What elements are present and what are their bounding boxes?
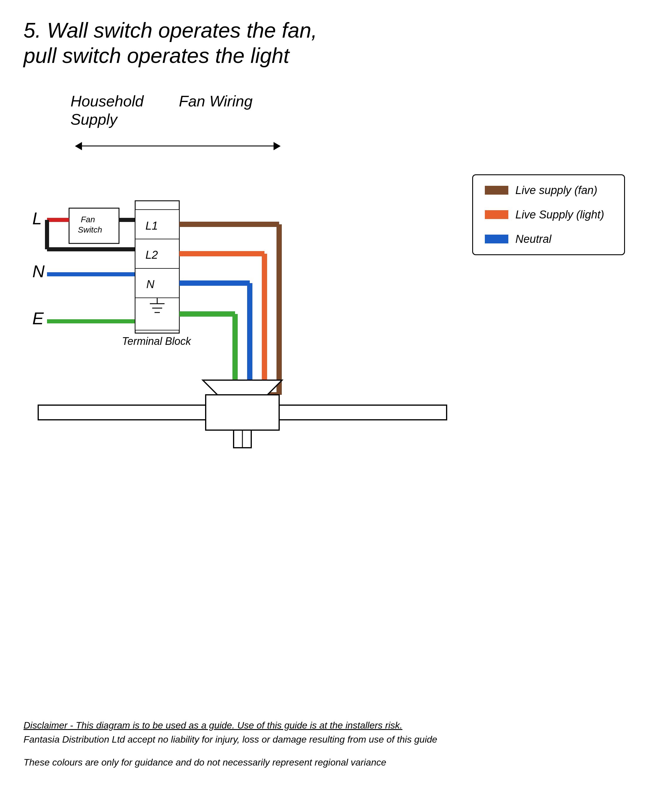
disclaimer-section: Disclaimer - This diagram is to be used … — [24, 718, 648, 770]
legend-label-fan: Live supply (fan) — [515, 184, 597, 197]
fan-wiring-label: Fan Wiring — [179, 92, 253, 110]
svg-text:Fan: Fan — [81, 215, 95, 224]
page-title: 5. Wall switch operates the fan, pull sw… — [24, 17, 376, 68]
svg-text:N: N — [146, 278, 155, 291]
legend-label-light: Live Supply (light) — [515, 209, 604, 221]
legend-color-neutral — [485, 235, 508, 243]
wiring-diagram: L N E Fan Switch L1 — [24, 110, 508, 536]
E-label: E — [32, 309, 44, 328]
terminal-block-label: Terminal Block — [122, 335, 192, 347]
legend-color-fan — [485, 186, 508, 194]
fan-blade-left — [38, 405, 206, 420]
L-label: L — [32, 209, 42, 228]
legend: Live supply (fan) Live Supply (light) Ne… — [472, 174, 625, 255]
disclaimer-line1: Disclaimer - This diagram is to be used … — [24, 720, 402, 730]
legend-item-light: Live Supply (light) — [485, 209, 612, 221]
disclaimer-line2: Fantasia Distribution Ltd accept no liab… — [24, 732, 648, 746]
svg-text:Switch: Switch — [78, 225, 102, 234]
diagram-area: HouseholdSupply Fan Wiring L N — [24, 92, 648, 592]
page: 5. Wall switch operates the fan, pull sw… — [0, 0, 672, 787]
legend-label-neutral: Neutral — [515, 233, 552, 245]
svg-text:L2: L2 — [145, 249, 158, 261]
fan-motor-body — [206, 395, 279, 430]
svg-rect-6 — [135, 269, 179, 298]
fan-canopy — [203, 380, 282, 395]
disclaimer-word: Disclaimer — [24, 720, 67, 730]
legend-item-neutral: Neutral — [485, 233, 612, 245]
legend-item-fan: Live supply (fan) — [485, 184, 612, 197]
fan-blade-right — [279, 405, 446, 420]
svg-text:L1: L1 — [145, 220, 158, 232]
N-label: N — [32, 262, 45, 281]
disclaimer-line3: These colours are only for guidance and … — [24, 755, 648, 770]
legend-color-light — [485, 210, 508, 219]
